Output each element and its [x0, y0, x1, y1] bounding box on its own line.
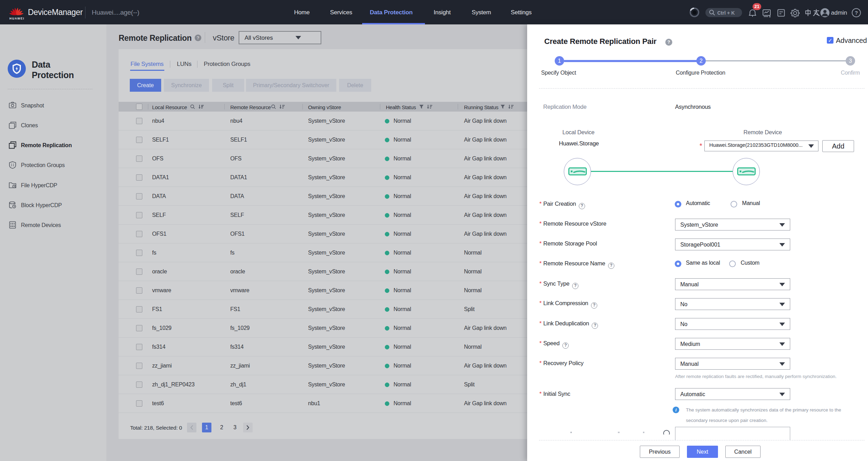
svg-text:?: ?	[855, 10, 858, 16]
